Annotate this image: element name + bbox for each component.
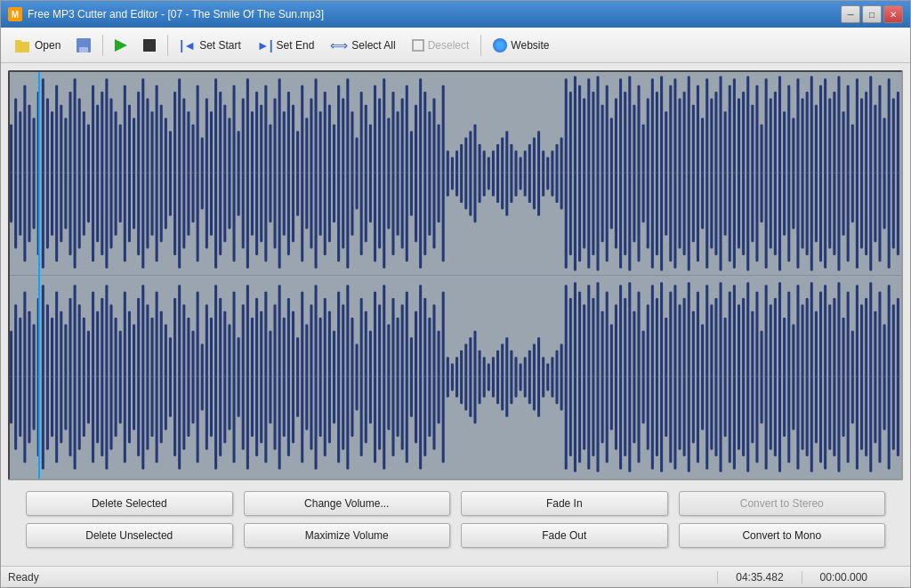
svg-rect-350 <box>697 292 699 463</box>
save-icon <box>77 38 91 52</box>
svg-rect-244 <box>214 285 217 469</box>
main-window: M Free MP3 Cutter and Editor - [07 - The… <box>0 0 911 588</box>
fade-out-button[interactable]: Fade Out <box>461 523 668 548</box>
svg-rect-3 <box>19 111 21 236</box>
svg-rect-134 <box>615 98 617 248</box>
svg-rect-209 <box>55 292 58 463</box>
open-button[interactable]: Open <box>6 33 68 58</box>
svg-rect-112 <box>514 150 517 196</box>
setstart-label: Set Start <box>199 39 241 52</box>
svg-rect-55 <box>255 92 258 255</box>
main-content: Delete Selected Change Volume... Fade In… <box>1 63 910 566</box>
svg-rect-220 <box>105 285 108 469</box>
waveform-container[interactable] <box>8 70 903 480</box>
website-label: Website <box>511 39 549 52</box>
svg-rect-199 <box>10 331 12 423</box>
svg-rect-351 <box>701 324 704 430</box>
svg-rect-156 <box>714 92 717 255</box>
svg-rect-181 <box>828 98 831 248</box>
svg-rect-256 <box>269 331 271 423</box>
svg-rect-267 <box>319 318 322 437</box>
svg-rect-4 <box>23 85 26 262</box>
svg-rect-390 <box>878 292 881 463</box>
svg-rect-345 <box>673 285 676 469</box>
svg-rect-370 <box>787 292 790 463</box>
svg-rect-200 <box>14 304 17 449</box>
svg-rect-295 <box>447 357 449 398</box>
svg-rect-67 <box>310 98 312 248</box>
svg-rect-388 <box>869 282 872 471</box>
setstart-icon: |◄ <box>180 38 196 52</box>
total-time: 04:35.482 <box>717 571 801 584</box>
svg-rect-333 <box>619 285 622 469</box>
svg-rect-154 <box>705 78 708 268</box>
svg-rect-235 <box>173 298 176 456</box>
restore-button[interactable]: □ <box>862 5 882 23</box>
svg-rect-391 <box>883 324 886 430</box>
svg-rect-80 <box>369 125 372 222</box>
convert-to-mono-button[interactable]: Convert to Mono <box>679 523 886 548</box>
svg-rect-249 <box>238 337 240 417</box>
buttons-area: Delete Selected Change Volume... Fade In… <box>8 480 903 559</box>
setend-button[interactable]: ►| Set End <box>250 33 321 58</box>
svg-rect-20 <box>96 105 99 242</box>
svg-rect-212 <box>69 298 71 456</box>
stop-button[interactable] <box>136 33 163 58</box>
svg-rect-380 <box>833 298 835 456</box>
svg-rect-348 <box>688 282 690 471</box>
svg-rect-310 <box>514 357 517 398</box>
delete-selected-button[interactable]: Delete Selected <box>26 491 233 516</box>
svg-rect-96 <box>442 85 445 262</box>
svg-rect-363 <box>755 292 758 463</box>
save-button[interactable] <box>69 33 98 58</box>
setstart-button[interactable]: |◄ Set Start <box>173 33 247 58</box>
svg-rect-162 <box>742 92 745 255</box>
svg-rect-157 <box>720 76 722 270</box>
svg-rect-163 <box>746 76 749 270</box>
svg-rect-246 <box>223 311 226 444</box>
fade-in-button[interactable]: Fade In <box>461 491 668 516</box>
convert-to-stereo-button[interactable]: Convert to Stereo <box>679 491 886 516</box>
svg-rect-182 <box>833 92 835 255</box>
svg-rect-119 <box>546 157 549 190</box>
maximize-volume-button[interactable]: Maximize Volume <box>244 523 451 548</box>
close-button[interactable]: ✕ <box>883 5 903 23</box>
svg-rect-102 <box>469 131 472 216</box>
svg-rect-311 <box>520 364 522 391</box>
svg-rect-84 <box>387 117 390 229</box>
svg-rect-336 <box>633 311 635 444</box>
svg-rect-31 <box>146 98 149 248</box>
svg-rect-32 <box>150 111 153 236</box>
selectall-button[interactable]: ⟺ Select All <box>323 33 402 58</box>
website-button[interactable]: Website <box>486 33 556 58</box>
minimize-button[interactable]: ─ <box>841 5 860 23</box>
svg-rect-49 <box>228 117 230 229</box>
svg-rect-22 <box>105 78 108 268</box>
svg-rect-83 <box>383 78 385 268</box>
svg-rect-86 <box>397 111 399 236</box>
svg-rect-10 <box>51 111 53 236</box>
svg-rect-239 <box>191 331 194 423</box>
svg-rect-56 <box>260 105 262 242</box>
svg-rect-251 <box>246 285 249 469</box>
svg-rect-34 <box>160 105 163 242</box>
svg-rect-367 <box>774 298 777 456</box>
svg-rect-304 <box>488 364 490 391</box>
play-button[interactable] <box>108 33 134 58</box>
svg-rect-236 <box>178 285 181 469</box>
svg-rect-194 <box>888 78 891 268</box>
svg-rect-274 <box>351 318 353 437</box>
change-volume-button[interactable]: Change Volume... <box>244 491 451 516</box>
svg-rect-317 <box>546 364 549 391</box>
svg-rect-177 <box>810 76 813 270</box>
svg-rect-327 <box>592 298 594 456</box>
svg-rect-188 <box>860 98 863 248</box>
svg-rect-277 <box>365 311 367 444</box>
delete-unselected-button[interactable]: Delete Unselected <box>26 523 233 548</box>
waveform-channel-top <box>10 72 901 275</box>
deselect-button[interactable]: Deselect <box>405 33 477 58</box>
svg-rect-269 <box>328 311 331 444</box>
svg-rect-355 <box>720 282 722 471</box>
svg-rect-120 <box>551 150 553 196</box>
svg-rect-2 <box>14 98 17 248</box>
